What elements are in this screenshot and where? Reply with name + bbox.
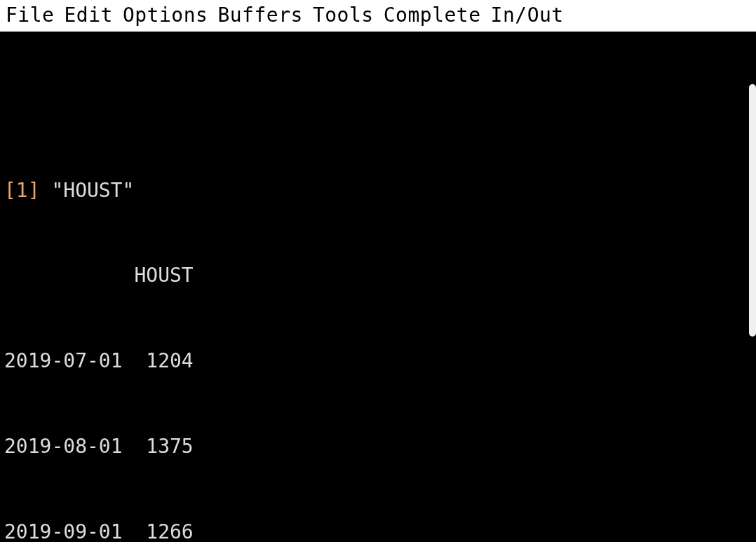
menu-tools[interactable]: Tools: [311, 0, 382, 32]
menu-edit[interactable]: Edit: [62, 0, 121, 32]
output-header: HOUST: [4, 262, 752, 290]
menu-options[interactable]: Options: [121, 0, 217, 32]
table-row: 2019-08-01 1375: [4, 433, 752, 461]
menu-bar: File Edit Options Buffers Tools Complete…: [0, 0, 756, 32]
output-index-line: [1] "HOUST": [4, 177, 752, 205]
menu-buffers[interactable]: Buffers: [216, 0, 311, 32]
table-row: 2019-07-01 1204: [4, 347, 752, 376]
menu-inout[interactable]: In/Out: [490, 0, 572, 32]
output-index: [1]: [4, 179, 40, 202]
menu-complete[interactable]: Complete: [382, 0, 490, 32]
table-row: 2019-09-01 1266: [4, 518, 752, 542]
menu-file[interactable]: File: [4, 0, 62, 32]
shell-buffer[interactable]: [1] "HOUST" HOUST 2019-07-01 1204 2019-0…: [0, 32, 756, 542]
scrollbar[interactable]: [749, 84, 756, 337]
output-index-value: "HOUST": [51, 179, 134, 202]
